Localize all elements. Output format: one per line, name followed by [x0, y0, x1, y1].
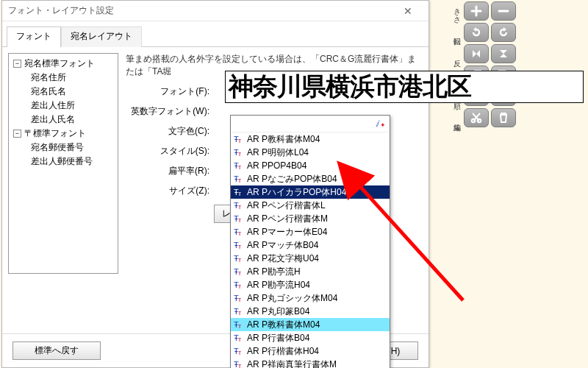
tree-root-addressee[interactable]: −宛名標準フォント	[10, 57, 116, 71]
truetype-icon: Ŧт	[234, 174, 244, 184]
svg-text:✦: ✦	[380, 121, 386, 129]
dialog-title: フォント・レイアウト設定	[8, 4, 114, 17]
flip-h-button[interactable]	[464, 44, 489, 63]
truetype-icon: Ŧт	[234, 253, 244, 263]
font-option[interactable]: ŦтAR P花文字梅U04	[231, 252, 390, 265]
tab-font[interactable]: フォント	[7, 26, 61, 47]
font-option[interactable]: ŦтAR PなごみPOP体B04	[231, 172, 390, 185]
label-font: フォント(F):	[126, 85, 214, 98]
font-option[interactable]: ŦтAR P勘亭流H04	[231, 278, 390, 291]
font-dropdown[interactable]: ⅈ✦ ŦтAR P教科書体M04 ŦтAR P明朝体L04 ŦтAR PPOP4…	[230, 115, 390, 368]
close-icon[interactable]: ✕	[393, 5, 423, 17]
truetype-icon: Ŧт	[234, 147, 244, 158]
tree-root-postal[interactable]: −〒標準フォント	[10, 127, 116, 141]
svg-text:т: т	[238, 150, 241, 158]
tree-item[interactable]: 宛名氏名	[10, 85, 116, 99]
truetype-icon: Ŧт	[234, 266, 244, 277]
svg-text:т: т	[238, 256, 241, 263]
truetype-icon: Ŧт	[234, 200, 244, 210]
tab-strip: フォント 宛名レイアウト	[2, 21, 429, 47]
svg-text:т: т	[238, 309, 241, 316]
label-color: 文字色(C):	[126, 125, 214, 138]
font-option[interactable]: ŦтAR P祥南真筆行書体M	[231, 358, 390, 368]
delete-button[interactable]	[491, 108, 516, 127]
truetype-icon: Ŧт	[234, 306, 244, 316]
truetype-icon: Ŧт	[234, 346, 244, 356]
label-ratio: 扁平率(R):	[126, 165, 214, 177]
svg-text:т: т	[238, 349, 241, 356]
svg-text:т: т	[238, 190, 241, 197]
svg-text:т: т	[238, 362, 241, 368]
svg-text:т: т	[238, 336, 241, 343]
svg-text:т: т	[238, 322, 241, 330]
truetype-icon: Ŧт	[234, 280, 244, 290]
font-option[interactable]: ŦтAR P行楷書体H04	[231, 344, 390, 358]
truetype-icon: Ŧт	[234, 160, 244, 171]
size-up-button[interactable]	[464, 1, 489, 21]
category-tree[interactable]: −宛名標準フォント 宛名住所 宛名氏名 差出人住所 差出人氏名 −〒標準フォント…	[8, 53, 118, 274]
truetype-icon: Ŧт	[234, 213, 244, 224]
truetype-icon: Ŧт	[234, 359, 244, 368]
tab-layout[interactable]: 宛名レイアウト	[61, 26, 142, 47]
truetype-icon: Ŧт	[234, 293, 244, 303]
font-info-icon[interactable]: ⅈ✦	[373, 117, 387, 130]
svg-text:т: т	[238, 296, 241, 303]
reset-button[interactable]: 標準へ戻す	[12, 342, 101, 360]
right-toolbar: きさ 回転 反 なり 順 編集	[448, 0, 519, 131]
font-option[interactable]: ŦтAR P明朝体L04	[231, 146, 390, 159]
font-option[interactable]: ŦтAR Pペン行楷書体M	[231, 212, 390, 225]
label-ascii-font: 英数字フォント(W):	[126, 105, 214, 118]
titlebar: フォント・レイアウト設定 ✕	[2, 1, 429, 21]
cut-button[interactable]	[464, 108, 489, 127]
font-option[interactable]: ŦтAR P丸印篆B04	[231, 305, 390, 318]
font-option[interactable]: ŦтAR P行書体B04	[231, 331, 390, 344]
rotate-cw-button[interactable]	[491, 23, 516, 42]
svg-text:т: т	[238, 269, 241, 277]
font-option[interactable]: ŦтAR Pマッチ体B04	[231, 238, 390, 252]
truetype-icon: Ŧт	[234, 134, 244, 144]
truetype-icon: Ŧт	[234, 333, 244, 343]
font-option[interactable]: ŦтAR Pペン行楷書体L	[231, 199, 390, 212]
rotate-ccw-button[interactable]	[464, 23, 489, 42]
size-down-button[interactable]	[491, 1, 516, 21]
label-style: スタイル(S):	[126, 145, 214, 158]
svg-text:т: т	[238, 216, 241, 224]
svg-text:т: т	[238, 137, 241, 144]
toolbar-group-label: きさ	[450, 3, 462, 19]
tree-item[interactable]: 宛名郵便番号	[10, 141, 116, 155]
truetype-icon: Ŧт	[234, 319, 244, 330]
truetype-icon: Ŧт	[234, 227, 244, 237]
svg-text:т: т	[238, 163, 241, 171]
svg-text:т: т	[238, 203, 241, 210]
tree-item[interactable]: 差出人氏名	[10, 113, 116, 127]
font-option[interactable]: ŦтAR P教科書体M04	[231, 132, 390, 146]
svg-text:т: т	[238, 230, 241, 237]
tree-item[interactable]: 宛名住所	[10, 71, 116, 85]
svg-text:т: т	[238, 283, 241, 290]
font-option[interactable]: ŦтAR PハイカラPOP体H04	[231, 185, 390, 199]
font-dropdown-list[interactable]: ŦтAR P教科書体M04 ŦтAR P明朝体L04 ŦтAR PPOP4B04…	[231, 132, 390, 368]
tree-item[interactable]: 差出人郵便番号	[10, 155, 116, 169]
font-option[interactable]: ŦтAR PPOP4B04	[231, 159, 390, 172]
label-size: サイズ(Z):	[126, 185, 214, 197]
svg-text:т: т	[238, 177, 241, 184]
font-option[interactable]: ŦтAR P勘亭流H	[231, 265, 390, 278]
address-preview-label: 神奈川県横浜市港北区	[225, 71, 584, 103]
font-option[interactable]: ŦтAR Pマーカー体E04	[231, 225, 390, 238]
flip-v-button[interactable]	[491, 44, 516, 63]
truetype-icon: Ŧт	[234, 240, 244, 250]
svg-text:т: т	[238, 243, 241, 250]
tree-item[interactable]: 差出人住所	[10, 99, 116, 113]
truetype-icon: Ŧт	[234, 187, 244, 197]
font-option[interactable]: ŦтAR P教科書体M04	[231, 318, 390, 331]
font-option[interactable]: ŦтAR P丸ゴシック体M04	[231, 291, 390, 305]
